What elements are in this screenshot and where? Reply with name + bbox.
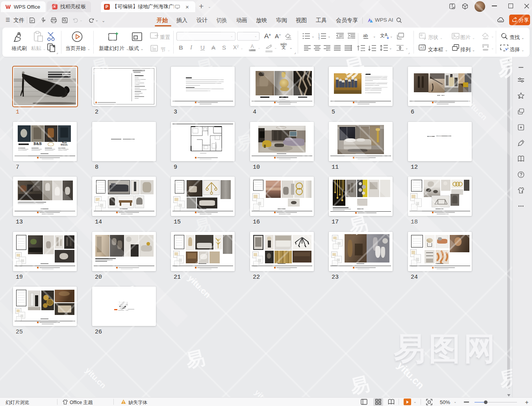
svg-text:ab: ab (363, 33, 368, 38)
svg-text:A: A (420, 46, 423, 50)
svg-text:A: A (385, 33, 387, 37)
svg-text:文: 文 (380, 33, 385, 38)
svg-text:3: 3 (319, 37, 320, 39)
